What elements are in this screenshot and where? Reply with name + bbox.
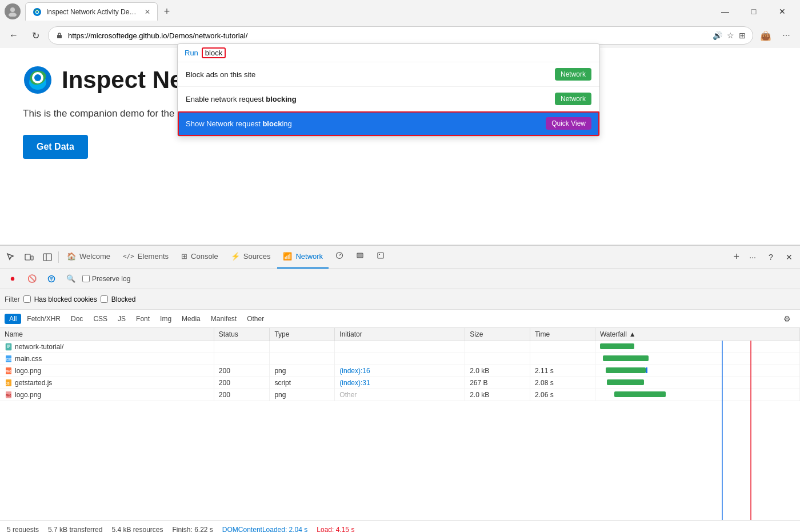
tab-sources-label: Sources: [243, 252, 271, 261]
item-block-ads-badge[interactable]: Network: [555, 68, 591, 81]
autocomplete-item-block-ads[interactable]: Block ads on this site Network: [178, 62, 599, 87]
row-type: png: [270, 365, 335, 377]
back-button[interactable]: ←: [5, 26, 23, 45]
load-value: 4.15 s: [336, 526, 355, 533]
row-initiator: [335, 341, 465, 353]
type-btn-manifest[interactable]: Manifest: [206, 314, 241, 324]
wallet-icon[interactable]: 👜: [757, 26, 775, 45]
search-button[interactable]: 🔍: [63, 271, 79, 287]
col-waterfall[interactable]: Waterfall ▲: [595, 328, 799, 341]
svg-rect-12: [25, 254, 30, 260]
col-initiator[interactable]: Initiator: [335, 328, 465, 341]
window-controls: — □ ✕: [712, 3, 795, 20]
item-show-blocking-badge[interactable]: Quick View: [546, 117, 591, 130]
refresh-button[interactable]: ↻: [26, 26, 45, 45]
tab-memory[interactable]: [350, 246, 370, 269]
block-input[interactable]: block: [202, 47, 226, 58]
sidebar-icon[interactable]: [39, 249, 56, 266]
network-table-container: Name Status Type Initiator Size Time Wat…: [0, 328, 800, 520]
autocomplete-item-enable-blocking[interactable]: Enable network request blocking Network: [178, 87, 599, 111]
row-time: 2.06 s: [530, 389, 595, 401]
profile-icon[interactable]: [5, 3, 21, 19]
row-name: network-tutorial/: [0, 341, 214, 353]
item-enable-blocking-badge[interactable]: Network: [555, 93, 591, 105]
memory-icon: [356, 251, 364, 261]
get-data-button[interactable]: Get Data: [23, 135, 88, 159]
table-row[interactable]: JS getstarted.js 200 script (index):31 2…: [0, 377, 800, 389]
device-emulation-icon[interactable]: [21, 249, 38, 266]
row-status: 200: [214, 377, 270, 389]
type-btn-other[interactable]: Other: [242, 314, 269, 324]
type-btn-css[interactable]: CSS: [89, 314, 112, 324]
svg-text:CSS: CSS: [6, 358, 13, 361]
col-time[interactable]: Time: [530, 328, 595, 341]
close-button[interactable]: ✕: [769, 3, 795, 20]
svg-rect-24: [379, 254, 380, 255]
type-btn-doc[interactable]: Doc: [66, 314, 87, 324]
inspect-element-icon[interactable]: [2, 249, 19, 266]
close-devtools-button[interactable]: ✕: [781, 249, 798, 266]
tab-performance[interactable]: [330, 246, 349, 269]
tab-welcome[interactable]: 🏠 Welcome: [61, 246, 116, 269]
requests-count: 5 requests: [7, 526, 39, 533]
has-blocked-cookies-checkbox[interactable]: [23, 295, 31, 303]
console-icon: ⊞: [181, 252, 187, 261]
network-settings-button[interactable]: ⚙: [778, 310, 795, 327]
tab-close-btn[interactable]: ✕: [145, 8, 150, 16]
col-size[interactable]: Size: [465, 328, 530, 341]
settings-more-button[interactable]: ···: [777, 26, 795, 45]
performance-icon: [335, 251, 343, 261]
type-btn-img[interactable]: Img: [155, 314, 176, 324]
type-btn-media[interactable]: Media: [177, 314, 205, 324]
clear-button[interactable]: 🚫: [24, 271, 40, 287]
url-input[interactable]: [68, 31, 708, 40]
record-button[interactable]: ⏺: [5, 271, 21, 287]
tab-sources[interactable]: ⚡ Sources: [225, 246, 277, 269]
col-name[interactable]: Name: [0, 328, 214, 341]
preserve-log-checkbox-group[interactable]: Preserve log: [82, 275, 130, 283]
devtools-tab-bar: 🏠 Welcome </> Elements ⊞ Console ⚡ Sourc…: [0, 246, 800, 269]
overflow-menu-button[interactable]: ···: [744, 249, 761, 266]
autocomplete-dropdown: Run block Block ads on this site Network…: [177, 43, 600, 137]
browser-chrome: Inspect Network Activity Demo ✕ + — □ ✕ …: [0, 0, 800, 48]
preserve-log-checkbox[interactable]: [82, 275, 90, 282]
read-aloud-icon[interactable]: 🔊: [713, 31, 722, 40]
blocked-requests-checkbox[interactable]: [101, 295, 108, 303]
devtools-panel: 🏠 Welcome </> Elements ⊞ Console ⚡ Sourc…: [0, 245, 800, 532]
autocomplete-item-show-blocking[interactable]: Show Network request blocking Quick View: [178, 111, 599, 136]
tab-application[interactable]: [371, 246, 390, 269]
table-row[interactable]: PNG logo.png 200 png (index):16 2.0 kB 2…: [0, 365, 800, 377]
type-btn-fetch-xhr[interactable]: Fetch/XHR: [22, 314, 65, 324]
col-status[interactable]: Status: [214, 328, 270, 341]
table-row[interactable]: PNG logo.png 200 png Other 2.0 kB 2.06 s: [0, 389, 800, 401]
filter-label: Filter: [5, 295, 20, 303]
tab-console[interactable]: ⊞ Console: [175, 246, 224, 269]
favorites-icon[interactable]: ☆: [727, 31, 734, 40]
collections-icon[interactable]: ⊞: [739, 31, 746, 40]
table-row[interactable]: network-tutorial/: [0, 341, 800, 353]
row-name: PNG logo.png: [0, 365, 214, 377]
new-tab-button[interactable]: +: [159, 3, 175, 19]
active-tab[interactable]: Inspect Network Activity Demo ✕: [25, 2, 158, 21]
title-bar: Inspect Network Activity Demo ✕ + — □ ✕: [0, 0, 800, 23]
row-size: 2.0 kB: [465, 389, 530, 401]
type-btn-all[interactable]: All: [5, 314, 21, 324]
type-btn-js[interactable]: JS: [113, 314, 130, 324]
row-time: [530, 353, 595, 365]
dcl-value: 2.04 s: [289, 526, 308, 533]
autocomplete-header: Run block: [178, 44, 599, 62]
svg-rect-23: [378, 253, 383, 258]
address-bar[interactable]: 🔊 ☆ ⊞: [48, 26, 753, 45]
col-type[interactable]: Type: [270, 328, 335, 341]
filter-icon-button[interactable]: [43, 271, 59, 287]
minimize-button[interactable]: —: [712, 3, 738, 20]
table-row[interactable]: CSS main.css: [0, 353, 800, 365]
tab-elements[interactable]: </> Elements: [117, 246, 174, 269]
tab-network[interactable]: 📶 Network: [277, 246, 329, 269]
load-label: Load:: [317, 526, 334, 533]
type-btn-font[interactable]: Font: [131, 314, 154, 324]
help-button[interactable]: ?: [762, 249, 779, 266]
add-panel-button[interactable]: +: [730, 251, 743, 263]
maximize-button[interactable]: □: [741, 3, 767, 20]
svg-text:PNG: PNG: [6, 394, 11, 397]
